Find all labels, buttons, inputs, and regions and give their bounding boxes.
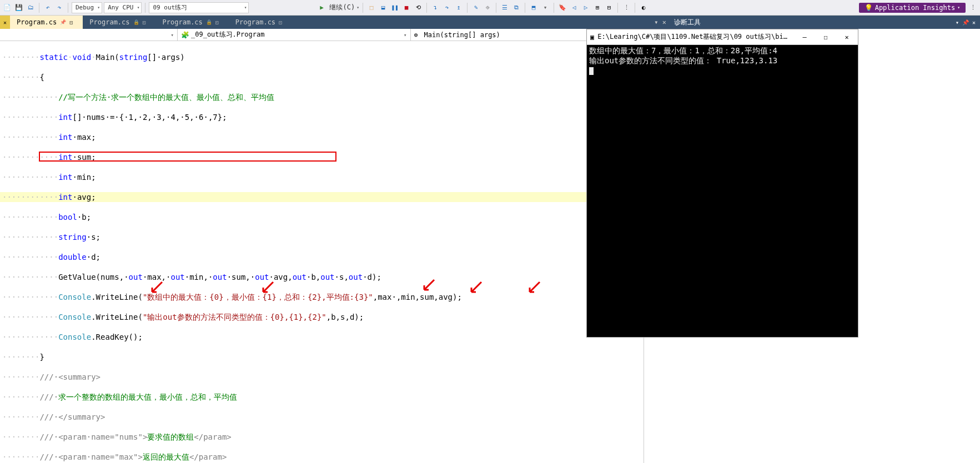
tab-program-cs-4[interactable]: Program.cs ⊡ (229, 16, 292, 29)
console-icon: ▣ (590, 33, 594, 41)
toolbar-overflow-icon[interactable]: ⋮ (968, 3, 978, 13)
step-into-icon[interactable]: ↴ (430, 3, 440, 13)
pause-icon[interactable]: ❚❚ (390, 3, 400, 13)
restart-icon[interactable]: ⟲ (413, 3, 423, 13)
cursor (589, 67, 594, 75)
pin-icon[interactable]: 📌 (962, 19, 969, 26)
step-over-icon[interactable]: ↷ (442, 3, 452, 13)
diagnostics-title: 诊断工具 ▾ 📌 ✕ (670, 16, 980, 29)
tab-program-cs-3[interactable]: Program.cs 🔒 ⊡ (156, 16, 229, 29)
tool-icon-a[interactable]: ✎ (471, 3, 481, 13)
console-output[interactable]: 数组中的最大值：7，最小值：1，总和：28,平均值:4 输出out参数的方法不同… (587, 45, 858, 337)
main-toolbar: 📄 💾 🗂 ↶ ↷ Debug Any CPU 09 out练习 ▶ 继续(C)… (0, 0, 980, 16)
dd-text: Main(string[] args) (424, 31, 500, 39)
scope-dropdown[interactable] (0, 29, 178, 41)
class-dropdown[interactable]: 🧩_09_out练习.Program (178, 29, 411, 41)
diagnostics-label: 诊断工具 (674, 18, 701, 27)
lock-icon: 🔒 (206, 19, 212, 25)
step-out-icon[interactable]: ↥ (454, 3, 464, 13)
nav-back-icon[interactable]: ◁ (569, 3, 579, 13)
undo-icon[interactable]: ↶ (43, 3, 53, 13)
tool-icon-j[interactable]: ◐ (639, 3, 649, 13)
tab-program-cs-1[interactable]: Program.cs 📌 ⊡ (10, 16, 83, 29)
console-titlebar[interactable]: ▣ E:\Learing\C#\项目\1109.Net基础复习\09 out练习… (587, 29, 858, 45)
tool-icon-f[interactable]: ▾ (540, 3, 550, 13)
close-icon[interactable]: ⊡ (279, 19, 282, 26)
method-icon: ⊚ (414, 31, 422, 39)
minimize-button[interactable]: — (797, 33, 812, 41)
tool-icon-g[interactable]: ⊞ (592, 3, 602, 13)
close-icon[interactable]: ⊡ (69, 19, 73, 26)
app-insights-label: Application Insights (875, 4, 956, 12)
nav-dropdowns: 🧩_09_out练习.Program ⊚Main(string[] args) (0, 29, 644, 41)
tab-label: Program.cs (163, 18, 203, 26)
console-line: 输出out参数的方法不同类型的值： True,123,3.13 (589, 56, 777, 65)
class-icon: 🧩 (181, 31, 189, 39)
editor-tabbar: ✕ Program.cs 📌 ⊡ Program.cs 🔒 ⊡ Program.… (0, 16, 670, 29)
tab-scroll[interactable]: ▾ ✕ (651, 16, 670, 29)
tool-icon-d[interactable]: ⧉ (511, 3, 521, 13)
project-combo[interactable]: 09 out练习 (149, 2, 249, 13)
console-line: 数组中的最大值：7，最小值：1，总和：28,平均值:4 (589, 46, 777, 55)
bookmark-icon[interactable]: 🔖 (557, 3, 567, 13)
close-icon[interactable]: ⊡ (143, 19, 146, 26)
app-insights-button[interactable]: 💡 Application Insights ▾ (859, 3, 966, 13)
close-button[interactable]: ✕ (839, 33, 855, 41)
tab-label: Program.cs (235, 18, 275, 26)
code-editor[interactable]: ········static·void·Main(string[]·args) … (0, 41, 644, 463)
redo-icon[interactable]: ↷ (54, 3, 64, 13)
pin-icon[interactable]: 📌 (60, 19, 66, 25)
tool-icon-e[interactable]: ⬒ (529, 3, 539, 13)
tool-icon-c[interactable]: ☰ (500, 3, 510, 13)
play-icon[interactable]: ▶ (316, 3, 326, 13)
config-combo[interactable]: Debug (72, 2, 102, 13)
tool-icon-h[interactable]: ⊟ (604, 3, 614, 13)
continue-button[interactable]: 继续(C) (329, 3, 355, 12)
tab-label: Program.cs (17, 18, 57, 26)
tab-label: Program.cs (89, 18, 129, 26)
debug-icon-1[interactable]: ⬚ (366, 3, 376, 13)
tool-icon-b[interactable]: ⎆ (483, 3, 492, 13)
console-title-text: E:\Learing\C#\项目\1109.Net基础复习\09 out练习\b… (597, 32, 791, 42)
dropdown-icon[interactable]: ▾ (956, 19, 959, 26)
dd-text: _09_out练习.Program (191, 30, 264, 39)
close-icon[interactable]: ⊡ (215, 19, 219, 26)
nav-fwd-icon[interactable]: ▷ (581, 3, 591, 13)
close-icon[interactable]: ✕ (972, 19, 976, 26)
tool-icon-i[interactable]: ⋮ (621, 3, 631, 13)
lightbulb-icon: 💡 (865, 4, 873, 12)
new-file-icon[interactable]: 📄 (2, 3, 12, 13)
save-icon[interactable]: 💾 (14, 3, 24, 13)
debug-icon-2[interactable]: ⬓ (378, 3, 388, 13)
platform-combo[interactable]: Any CPU (104, 2, 142, 13)
tab-program-cs-2[interactable]: Program.cs 🔒 ⊡ (83, 16, 155, 29)
tab-warning-icon[interactable]: ✕ (0, 16, 10, 29)
save-all-icon[interactable]: 🗂 (26, 3, 36, 13)
console-window: ▣ E:\Learing\C#\项目\1109.Net基础复习\09 out练习… (586, 29, 858, 338)
stop-icon[interactable]: ■ (401, 3, 411, 13)
maximize-button[interactable]: ☐ (818, 33, 833, 41)
lock-icon: 🔒 (133, 19, 139, 25)
